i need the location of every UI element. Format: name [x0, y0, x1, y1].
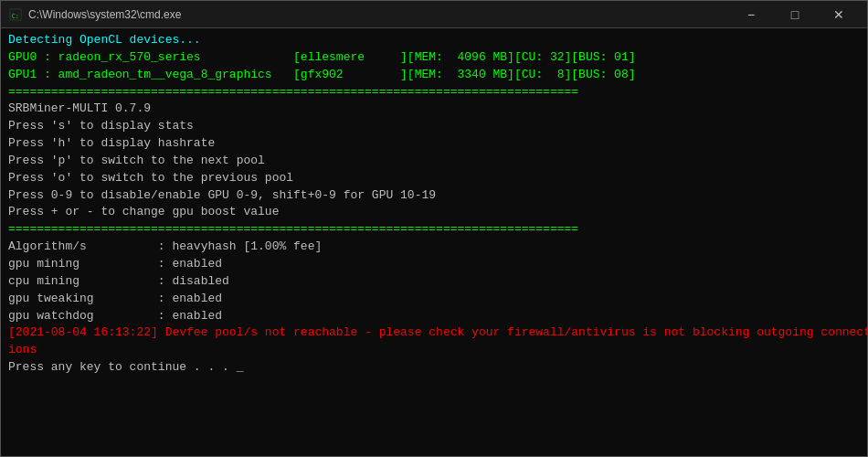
terminal-line: Press 'o' to switch to the previous pool	[8, 170, 860, 187]
terminal-line: SRBMiner-MULTI 0.7.9	[8, 101, 860, 118]
window-title: C:\Windows\system32\cmd.exe	[28, 8, 181, 21]
terminal-output: Detecting OpenCL devices...GPU0 : radeon…	[1, 28, 867, 456]
terminal-line: GPU1 : amd_radeon_tm__vega_8_graphics [g…	[8, 67, 860, 84]
title-bar: C: C:\Windows\system32\cmd.exe − □ ✕	[1, 1, 867, 28]
terminal-line: ========================================…	[8, 221, 860, 239]
cmd-icon: C:	[8, 7, 23, 22]
terminal-line: cpu mining : disabled	[8, 273, 860, 291]
svg-text:C:: C:	[12, 12, 19, 19]
window-controls: − □ ✕	[730, 1, 860, 28]
terminal-line: Algorithm/s : heavyhash [1.00% fee]	[8, 239, 860, 256]
terminal-line: Press any key to continue . . . _	[8, 359, 860, 377]
maximize-button[interactable]: □	[774, 1, 816, 28]
terminal-line: Press 'h' to display hashrate	[8, 135, 860, 153]
terminal-line: gpu watchdog : enabled	[8, 308, 860, 325]
terminal-line: Press 0-9 to disable/enable GPU 0-9, shi…	[8, 187, 860, 205]
terminal-line: Detecting OpenCL devices...	[8, 32, 860, 49]
minimize-button[interactable]: −	[730, 1, 772, 28]
terminal-line: ions	[8, 342, 860, 359]
terminal-line: ========================================…	[8, 84, 860, 101]
title-bar-left: C: C:\Windows\system32\cmd.exe	[8, 7, 181, 22]
terminal-line: GPU0 : radeon_rx_570_series [ellesmere ]…	[8, 49, 860, 67]
terminal-line: Press 'p' to switch to the next pool	[8, 153, 860, 170]
close-button[interactable]: ✕	[818, 1, 860, 28]
terminal-line: Press + or - to change gpu boost value	[8, 204, 860, 221]
terminal-line: Press 's' to display stats	[8, 118, 860, 135]
terminal-line: [2021-08-04 16:13:22] Devfee pool/s not …	[8, 324, 860, 342]
terminal-line: gpu mining : enabled	[8, 256, 860, 273]
terminal-line: gpu tweaking : enabled	[8, 291, 860, 308]
cmd-window: C: C:\Windows\system32\cmd.exe − □ ✕ Det…	[0, 0, 868, 457]
